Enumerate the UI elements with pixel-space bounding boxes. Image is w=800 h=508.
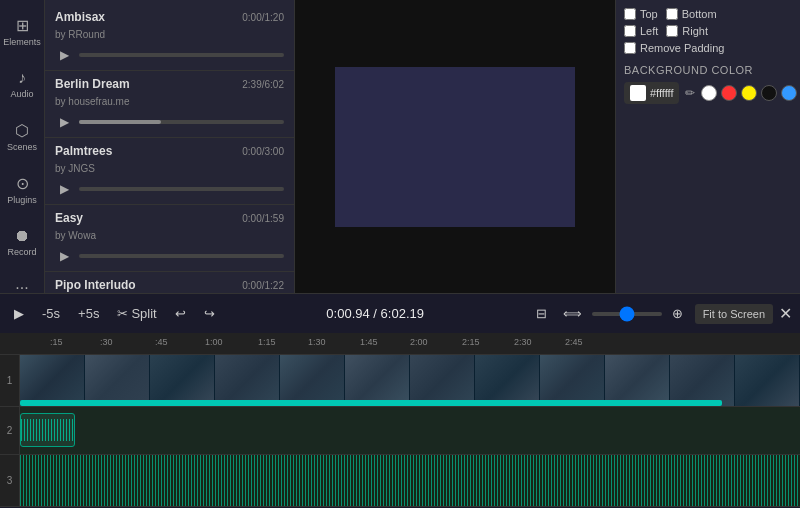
timeline-ruler: :15 :30 :45 1:00 1:15 1:30 1:45 2:00 2:1… [0, 333, 800, 355]
track-content-3[interactable] [20, 455, 800, 506]
video-progress-bar [20, 400, 722, 406]
track-2-play-btn[interactable]: ▶ [55, 113, 73, 131]
sidebar-item-record[interactable]: ⏺ Record [2, 221, 42, 263]
sidebar-item-plugins[interactable]: ⊙ Plugins [2, 168, 42, 211]
right-panel: Top Bottom Left Right [615, 0, 800, 293]
track-4-time: 0:00/1:59 [242, 213, 284, 224]
play-btn[interactable]: ▶ [8, 303, 30, 324]
color-picker-icon[interactable]: ✏ [685, 86, 695, 100]
track-row-1: 1 [0, 355, 800, 407]
sidebar-item-audio-label: Audio [10, 89, 33, 99]
timeline-toolbar: ▶ -5s +5s ✂ Split ↩ ↪ 0:00.94 / 6:02.19 … [0, 293, 800, 333]
track-5-time: 0:00/1:22 [242, 280, 284, 291]
track-5-title: Pipo Interludo [55, 278, 136, 292]
color-display[interactable]: #ffffff [624, 82, 679, 104]
record-icon: ⏺ [14, 227, 30, 245]
audio-track-5: Pipo Interludo 0:00/1:22 by Pipo & Wowa … [45, 272, 294, 293]
snippet-wave [21, 419, 74, 441]
track-1-progress [79, 53, 284, 57]
ruler-tick-45: :45 [155, 337, 168, 347]
film-frame-3 [150, 355, 215, 406]
track-3-time: 0:00/3:00 [242, 146, 284, 157]
split-btn[interactable]: ✂ Split [111, 303, 162, 324]
track-row-2: 2 [0, 407, 800, 455]
forward-5s-btn[interactable]: +5s [72, 303, 105, 324]
track-content-2[interactable] [20, 407, 800, 454]
zoom-out-btn[interactable]: ⊟ [530, 303, 553, 324]
sidebar-item-scenes-label: Scenes [7, 142, 37, 152]
back-5s-btn[interactable]: -5s [36, 303, 66, 324]
track-content-1[interactable] [20, 355, 800, 406]
sidebar-item-scenes[interactable]: ⬡ Scenes [2, 115, 42, 158]
remove-padding-checkbox[interactable] [624, 42, 636, 54]
top-checkbox[interactable] [624, 8, 636, 20]
left-label: Left [640, 25, 658, 37]
ruler-tick-200: 2:00 [410, 337, 428, 347]
audio-icon: ♪ [18, 69, 26, 87]
track-3-title: Palmtrees [55, 144, 112, 158]
audio-track-1: Ambisax 0:00/1:20 by RRound ▶ [45, 4, 294, 71]
film-frame-6 [345, 355, 410, 406]
remove-padding-checkbox-label[interactable]: Remove Padding [624, 42, 724, 54]
zoom-controls: ⊟ ⟺ ⊕ [530, 303, 689, 324]
fit-to-screen-btn[interactable]: Fit to Screen [695, 304, 773, 324]
scenes-icon: ⬡ [15, 121, 29, 140]
split-label: Split [131, 306, 156, 321]
timeline-area[interactable]: :15 :30 :45 1:00 1:15 1:30 1:45 2:00 2:1… [0, 333, 800, 508]
time-display: 0:00.94 / 6:02.19 [227, 306, 524, 321]
right-checkbox-label[interactable]: Right [666, 25, 708, 37]
sidebar-item-elements[interactable]: ⊞ Elements [2, 10, 42, 53]
track-2-bar: ▶ [55, 113, 284, 131]
film-frame-2 [85, 355, 150, 406]
sidebar-item-elements-label: Elements [3, 37, 41, 47]
zoom-slider[interactable] [592, 312, 662, 316]
preset-color-white[interactable] [701, 85, 717, 101]
ruler-tick-245: 2:45 [565, 337, 583, 347]
sidebar-item-plugins-label: Plugins [7, 195, 37, 205]
audio-snippet [20, 413, 75, 447]
track-1-time: 0:00/1:20 [242, 12, 284, 23]
preset-color-blue[interactable] [781, 85, 797, 101]
left-checkbox[interactable] [624, 25, 636, 37]
track-row-3: 3 [0, 455, 800, 507]
track-4-bar: ▶ [55, 247, 284, 265]
bottom-checkbox-label[interactable]: Bottom [666, 8, 717, 20]
top-bottom-row: Top Bottom [624, 8, 792, 20]
film-frame-7 [410, 355, 475, 406]
undo-btn[interactable]: ↩ [169, 303, 192, 324]
preset-color-yellow[interactable] [741, 85, 757, 101]
top-section: ⊞ Elements ♪ Audio ⬡ Scenes ⊙ Plugins ⏺ … [0, 0, 800, 293]
sidebar-item-audio[interactable]: ♪ Audio [2, 63, 42, 105]
redo-btn[interactable]: ↪ [198, 303, 221, 324]
track-4-title: Easy [55, 211, 83, 225]
expand-btn[interactable]: ⟺ [557, 303, 588, 324]
audio-track-2: Berlin Dream 2:39/6:02 by housefrau.me ▶ [45, 71, 294, 138]
track-2-title: Berlin Dream [55, 77, 130, 91]
preview-area [295, 0, 615, 293]
film-frame-11 [670, 355, 735, 406]
close-timeline-btn[interactable]: ✕ [779, 304, 792, 323]
ruler-tick-15: :15 [50, 337, 63, 347]
top-checkbox-label[interactable]: Top [624, 8, 658, 20]
left-checkbox-label[interactable]: Left [624, 25, 658, 37]
time-total: 6:02.19 [381, 306, 424, 321]
track-3-play-btn[interactable]: ▶ [55, 180, 73, 198]
app-container: ⊞ Elements ♪ Audio ⬡ Scenes ⊙ Plugins ⏺ … [0, 0, 800, 508]
preset-color-red[interactable] [721, 85, 737, 101]
bottom-label: Bottom [682, 8, 717, 20]
bottom-checkbox[interactable] [666, 8, 678, 20]
track-1-play-btn[interactable]: ▶ [55, 46, 73, 64]
zoom-in-btn[interactable]: ⊕ [666, 303, 689, 324]
remove-padding-row: Remove Padding [624, 42, 792, 54]
track-1-bar: ▶ [55, 46, 284, 64]
film-frame-4 [215, 355, 280, 406]
track-4-play-btn[interactable]: ▶ [55, 247, 73, 265]
preset-color-black[interactable] [761, 85, 777, 101]
ruler-tick-100: 1:00 [205, 337, 223, 347]
background-color-title: BACKGROUND COLOR [624, 64, 792, 76]
ruler-tick-115: 1:15 [258, 337, 276, 347]
right-checkbox[interactable] [666, 25, 678, 37]
audio-snippet-track [20, 407, 800, 454]
ruler-tick-215: 2:15 [462, 337, 480, 347]
fit-options-section: Top Bottom Left Right [624, 8, 792, 54]
